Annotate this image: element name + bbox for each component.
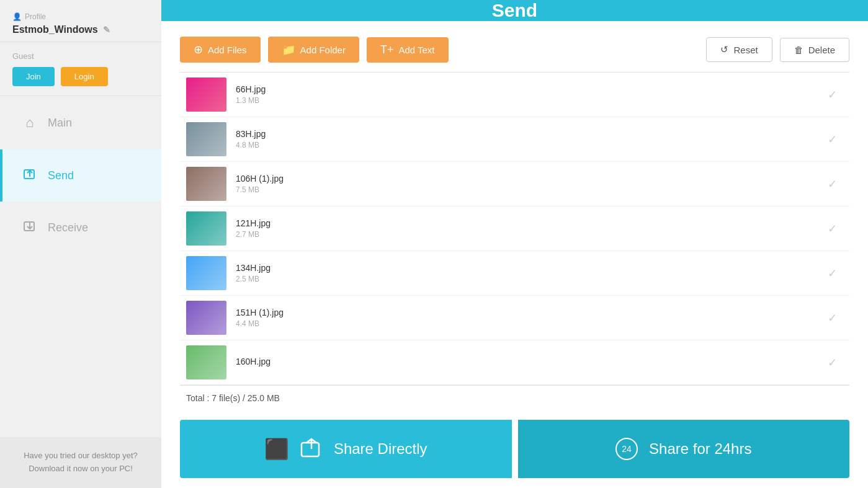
share-buttons: ⬛ Share Directly 24 Share for 24hrs: [180, 420, 849, 478]
content-area: ⊕ Add Files 📁 Add Folder T+ Add Text ↺ R…: [161, 21, 868, 488]
file-check-icon: ✓: [828, 356, 837, 370]
file-size: 1.3 MB: [236, 96, 818, 105]
sidebar: 👤 Profile Estmob_Windows ✎ Guest Join Lo…: [0, 0, 161, 488]
file-list: 66H.jpg 1.3 MB ✓ 83H.jpg 4.8 MB ✓ 106H (…: [180, 72, 849, 385]
send-nav-label: Send: [48, 169, 74, 182]
share-directly-icon: ⬛: [264, 437, 289, 461]
file-thumbnail: [186, 122, 226, 156]
file-check-icon: ✓: [828, 133, 837, 146]
table-row[interactable]: 121H.jpg 2.7 MB ✓: [180, 206, 849, 251]
file-thumbnail: [186, 345, 226, 379]
share-24hrs-button[interactable]: 24 Share for 24hrs: [518, 420, 850, 478]
main-header: Send: [161, 0, 868, 21]
promo-section: Have you tried our desktop yet? Download…: [0, 437, 161, 488]
file-info: 160H.jpg: [236, 357, 818, 368]
page-title: Send: [492, 0, 537, 21]
auth-buttons: Join Login: [12, 67, 149, 86]
file-name: 160H.jpg: [236, 357, 818, 366]
file-check-icon: ✓: [828, 311, 837, 325]
file-size: 2.7 MB: [236, 230, 818, 239]
total-label: Total :: [186, 393, 209, 403]
file-check-icon: ✓: [828, 88, 837, 102]
file-size: 7.5 MB: [236, 185, 818, 194]
username-text: Estmob_Windows: [12, 24, 98, 35]
file-thumbnail: [186, 211, 226, 246]
join-button[interactable]: Join: [12, 67, 55, 86]
user-icon: 👤: [12, 12, 22, 21]
share-directly-svg-icon: [300, 438, 323, 460]
total-bar: Total : 7 file(s) / 25.0 MB: [180, 385, 849, 410]
add-folder-button[interactable]: 📁 Add Folder: [268, 37, 359, 63]
promo-line1: Have you tried our desktop yet?: [12, 450, 149, 463]
file-info: 83H.jpg 4.8 MB: [236, 129, 818, 149]
guest-section: Guest Join Login: [0, 42, 161, 96]
add-text-icon: T+: [380, 43, 394, 56]
share-directly-button[interactable]: ⬛ Share Directly: [180, 420, 512, 478]
file-thumbnail: [186, 301, 226, 335]
file-info: 121H.jpg 2.7 MB: [236, 218, 818, 239]
receive-nav-label: Receive: [48, 221, 88, 234]
reset-icon: ↺: [720, 44, 728, 55]
sidebar-profile-section: 👤 Profile Estmob_Windows ✎: [0, 0, 161, 42]
delete-button[interactable]: 🗑 Delete: [780, 38, 849, 62]
add-files-button[interactable]: ⊕ Add Files: [180, 37, 261, 63]
sidebar-item-send[interactable]: Send: [0, 149, 161, 202]
main-content: Send ⊕ Add Files 📁 Add Folder T+ Add Tex…: [161, 0, 868, 488]
main-nav-label: Main: [48, 117, 72, 130]
sidebar-item-main[interactable]: ⌂ Main: [0, 96, 161, 149]
svg-rect-4: [302, 443, 319, 456]
file-name: 66H.jpg: [236, 84, 818, 94]
table-row[interactable]: 160H.jpg ✓: [180, 340, 849, 385]
table-row[interactable]: 66H.jpg 1.3 MB ✓: [180, 73, 849, 117]
add-folder-icon: 📁: [282, 43, 295, 56]
file-name: 121H.jpg: [236, 218, 818, 228]
file-name: 83H.jpg: [236, 129, 818, 139]
file-check-icon: ✓: [828, 267, 837, 280]
sidebar-nav: ⌂ Main Send Receive: [0, 96, 161, 437]
send-icon: [21, 168, 38, 183]
file-info: 66H.jpg 1.3 MB: [236, 84, 818, 105]
table-row[interactable]: 134H.jpg 2.5 MB ✓: [180, 251, 849, 296]
file-check-icon: ✓: [828, 222, 837, 236]
table-row[interactable]: 106H (1).jpg 7.5 MB ✓: [180, 162, 849, 206]
file-size: 4.8 MB: [236, 141, 818, 149]
file-thumbnail: [186, 167, 226, 201]
receive-icon: [21, 220, 38, 235]
file-thumbnail: [186, 256, 226, 290]
login-button[interactable]: Login: [61, 67, 108, 86]
delete-icon: 🗑: [794, 45, 803, 55]
file-info: 151H (1).jpg 4.4 MB: [236, 308, 818, 328]
home-icon: ⌂: [21, 115, 38, 131]
file-name: 106H (1).jpg: [236, 174, 818, 184]
file-name: 134H.jpg: [236, 263, 818, 273]
file-info: 106H (1).jpg 7.5 MB: [236, 174, 818, 194]
add-files-icon: ⊕: [194, 43, 203, 56]
toolbar: ⊕ Add Files 📁 Add Folder T+ Add Text ↺ R…: [180, 37, 849, 63]
sidebar-item-receive[interactable]: Receive: [0, 202, 161, 254]
profile-label: 👤 Profile: [12, 12, 149, 21]
file-size: 2.5 MB: [236, 275, 818, 283]
file-thumbnail: [186, 78, 226, 112]
add-text-button[interactable]: T+ Add Text: [367, 37, 449, 63]
share-24hrs-badge: 24: [615, 438, 638, 460]
file-check-icon: ✓: [828, 177, 837, 191]
file-info: 134H.jpg 2.5 MB: [236, 263, 818, 283]
reset-button[interactable]: ↺ Reset: [706, 37, 772, 62]
guest-label: Guest: [12, 51, 149, 61]
username-display: Estmob_Windows ✎: [12, 24, 149, 35]
table-row[interactable]: 83H.jpg 4.8 MB ✓: [180, 117, 849, 162]
file-name: 151H (1).jpg: [236, 308, 818, 317]
promo-line2: Download it now on your PC!: [12, 463, 149, 476]
edit-icon[interactable]: ✎: [103, 25, 110, 35]
total-value: 7 file(s) / 25.0 MB: [212, 393, 280, 403]
table-row[interactable]: 151H (1).jpg 4.4 MB ✓: [180, 296, 849, 340]
file-size: 4.4 MB: [236, 319, 818, 328]
